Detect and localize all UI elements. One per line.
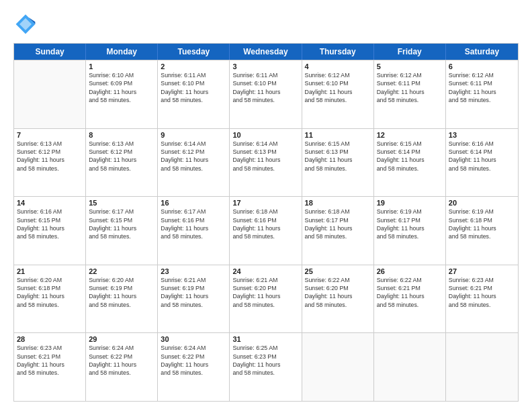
day-info: Sunrise: 6:15 AMSunset: 6:14 PMDaylight:… [377, 140, 443, 173]
day-number: 25 [305, 267, 371, 275]
day-info: Sunrise: 6:11 AMSunset: 6:10 PMDaylight:… [161, 71, 226, 104]
day-info: Sunrise: 6:21 AMSunset: 6:20 PMDaylight:… [232, 276, 298, 309]
cal-row-4: 21Sunrise: 6:20 AMSunset: 6:18 PMDayligh… [14, 265, 518, 333]
day-number: 30 [161, 335, 226, 343]
day-number: 5 [377, 62, 443, 71]
day-number: 28 [17, 335, 83, 343]
day-number: 9 [161, 131, 226, 139]
cal-cell: 4Sunrise: 6:12 AMSunset: 6:10 PMDaylight… [302, 60, 374, 128]
day-number: 18 [305, 199, 371, 207]
day-number: 20 [449, 199, 515, 207]
day-info: Sunrise: 6:23 AMSunset: 6:21 PMDaylight:… [17, 344, 83, 377]
day-info: Sunrise: 6:12 AMSunset: 6:11 PMDaylight:… [377, 71, 443, 104]
header-cell-wednesday: Wednesday [230, 44, 302, 60]
header-cell-monday: Monday [86, 44, 158, 60]
cal-cell: 23Sunrise: 6:21 AMSunset: 6:19 PMDayligh… [158, 265, 230, 333]
day-number: 6 [449, 62, 515, 71]
day-info: Sunrise: 6:25 AMSunset: 6:23 PMDaylight:… [232, 344, 298, 377]
day-number: 4 [305, 62, 371, 71]
day-number: 21 [17, 267, 83, 275]
day-number: 26 [377, 267, 443, 275]
header-cell-tuesday: Tuesday [158, 44, 230, 60]
day-info: Sunrise: 6:10 AMSunset: 6:09 PMDaylight:… [89, 71, 154, 104]
cal-cell: 8Sunrise: 6:13 AMSunset: 6:12 PMDaylight… [86, 129, 158, 197]
header-cell-saturday: Saturday [446, 44, 518, 60]
cal-row-5: 28Sunrise: 6:23 AMSunset: 6:21 PMDayligh… [14, 332, 518, 401]
cal-row-2: 7Sunrise: 6:13 AMSunset: 6:12 PMDaylight… [14, 128, 518, 197]
day-info: Sunrise: 6:13 AMSunset: 6:12 PMDaylight:… [17, 140, 83, 173]
cal-cell: 30Sunrise: 6:24 AMSunset: 6:22 PMDayligh… [158, 333, 230, 401]
day-number: 29 [89, 335, 154, 343]
day-info: Sunrise: 6:20 AMSunset: 6:19 PMDaylight:… [89, 276, 154, 309]
cal-cell: 13Sunrise: 6:16 AMSunset: 6:14 PMDayligh… [446, 129, 518, 197]
day-number: 11 [305, 131, 371, 139]
cal-cell [374, 333, 446, 401]
day-info: Sunrise: 6:12 AMSunset: 6:11 PMDaylight:… [449, 71, 515, 104]
day-number: 15 [89, 199, 154, 207]
cal-cell: 3Sunrise: 6:11 AMSunset: 6:10 PMDaylight… [230, 60, 302, 128]
day-number: 27 [449, 267, 515, 275]
day-number: 8 [89, 131, 154, 139]
cal-cell: 14Sunrise: 6:16 AMSunset: 6:15 PMDayligh… [14, 197, 86, 265]
day-number: 22 [89, 267, 154, 275]
logo [13, 12, 42, 36]
cal-cell: 31Sunrise: 6:25 AMSunset: 6:23 PMDayligh… [230, 333, 302, 401]
page: SundayMondayTuesdayWednesdayThursdayFrid… [0, 0, 532, 411]
day-number: 14 [17, 199, 83, 207]
day-number: 3 [232, 62, 298, 71]
cal-cell: 24Sunrise: 6:21 AMSunset: 6:20 PMDayligh… [230, 265, 302, 333]
day-info: Sunrise: 6:22 AMSunset: 6:20 PMDaylight:… [305, 276, 371, 309]
day-info: Sunrise: 6:11 AMSunset: 6:10 PMDaylight:… [232, 71, 298, 104]
day-info: Sunrise: 6:24 AMSunset: 6:22 PMDaylight:… [89, 344, 154, 377]
day-info: Sunrise: 6:14 AMSunset: 6:13 PMDaylight:… [232, 140, 298, 173]
day-info: Sunrise: 6:14 AMSunset: 6:12 PMDaylight:… [161, 140, 226, 173]
cal-cell: 25Sunrise: 6:22 AMSunset: 6:20 PMDayligh… [302, 265, 374, 333]
header-cell-friday: Friday [374, 44, 446, 60]
day-number: 7 [17, 131, 83, 139]
cal-cell: 26Sunrise: 6:22 AMSunset: 6:21 PMDayligh… [374, 265, 446, 333]
day-number: 16 [161, 199, 226, 207]
cal-cell: 18Sunrise: 6:18 AMSunset: 6:17 PMDayligh… [302, 197, 374, 265]
cal-cell: 5Sunrise: 6:12 AMSunset: 6:11 PMDaylight… [374, 60, 446, 128]
day-info: Sunrise: 6:22 AMSunset: 6:21 PMDaylight:… [377, 276, 443, 309]
cal-cell: 22Sunrise: 6:20 AMSunset: 6:19 PMDayligh… [86, 265, 158, 333]
day-info: Sunrise: 6:21 AMSunset: 6:19 PMDaylight:… [161, 276, 226, 309]
day-info: Sunrise: 6:13 AMSunset: 6:12 PMDaylight:… [89, 140, 154, 173]
day-number: 24 [232, 267, 298, 275]
day-info: Sunrise: 6:15 AMSunset: 6:13 PMDaylight:… [305, 140, 371, 173]
day-info: Sunrise: 6:19 AMSunset: 6:17 PMDaylight:… [377, 208, 443, 240]
cal-cell: 11Sunrise: 6:15 AMSunset: 6:13 PMDayligh… [302, 129, 374, 197]
calendar: SundayMondayTuesdayWednesdayThursdayFrid… [13, 43, 519, 402]
day-info: Sunrise: 6:17 AMSunset: 6:16 PMDaylight:… [161, 208, 226, 240]
cal-cell: 17Sunrise: 6:18 AMSunset: 6:16 PMDayligh… [230, 197, 302, 265]
cal-cell: 7Sunrise: 6:13 AMSunset: 6:12 PMDaylight… [14, 129, 86, 197]
day-info: Sunrise: 6:23 AMSunset: 6:21 PMDaylight:… [449, 276, 515, 309]
day-info: Sunrise: 6:12 AMSunset: 6:10 PMDaylight:… [305, 71, 371, 104]
cal-cell: 1Sunrise: 6:10 AMSunset: 6:09 PMDaylight… [86, 60, 158, 128]
day-number: 17 [232, 199, 298, 207]
cal-cell: 20Sunrise: 6:19 AMSunset: 6:18 PMDayligh… [446, 197, 518, 265]
cal-cell: 29Sunrise: 6:24 AMSunset: 6:22 PMDayligh… [86, 333, 158, 401]
cal-row-1: 1Sunrise: 6:10 AMSunset: 6:09 PMDaylight… [14, 60, 518, 128]
cal-cell: 10Sunrise: 6:14 AMSunset: 6:13 PMDayligh… [230, 129, 302, 197]
cal-cell: 16Sunrise: 6:17 AMSunset: 6:16 PMDayligh… [158, 197, 230, 265]
cal-cell: 28Sunrise: 6:23 AMSunset: 6:21 PMDayligh… [14, 333, 86, 401]
cal-cell [14, 60, 86, 128]
day-info: Sunrise: 6:24 AMSunset: 6:22 PMDaylight:… [161, 344, 226, 377]
day-number: 31 [232, 335, 298, 343]
cal-cell: 19Sunrise: 6:19 AMSunset: 6:17 PMDayligh… [374, 197, 446, 265]
cal-cell: 21Sunrise: 6:20 AMSunset: 6:18 PMDayligh… [14, 265, 86, 333]
day-number: 23 [161, 267, 226, 275]
day-number: 13 [449, 131, 515, 139]
logo-icon [13, 12, 38, 36]
cal-cell: 9Sunrise: 6:14 AMSunset: 6:12 PMDaylight… [158, 129, 230, 197]
cal-cell: 12Sunrise: 6:15 AMSunset: 6:14 PMDayligh… [374, 129, 446, 197]
day-info: Sunrise: 6:16 AMSunset: 6:14 PMDaylight:… [449, 140, 515, 173]
calendar-body: 1Sunrise: 6:10 AMSunset: 6:09 PMDaylight… [14, 60, 518, 401]
day-number: 19 [377, 199, 443, 207]
day-info: Sunrise: 6:17 AMSunset: 6:15 PMDaylight:… [89, 208, 154, 240]
cal-cell [446, 333, 518, 401]
header-cell-sunday: Sunday [14, 44, 86, 60]
calendar-header-row: SundayMondayTuesdayWednesdayThursdayFrid… [14, 44, 518, 60]
day-info: Sunrise: 6:19 AMSunset: 6:18 PMDaylight:… [449, 208, 515, 240]
